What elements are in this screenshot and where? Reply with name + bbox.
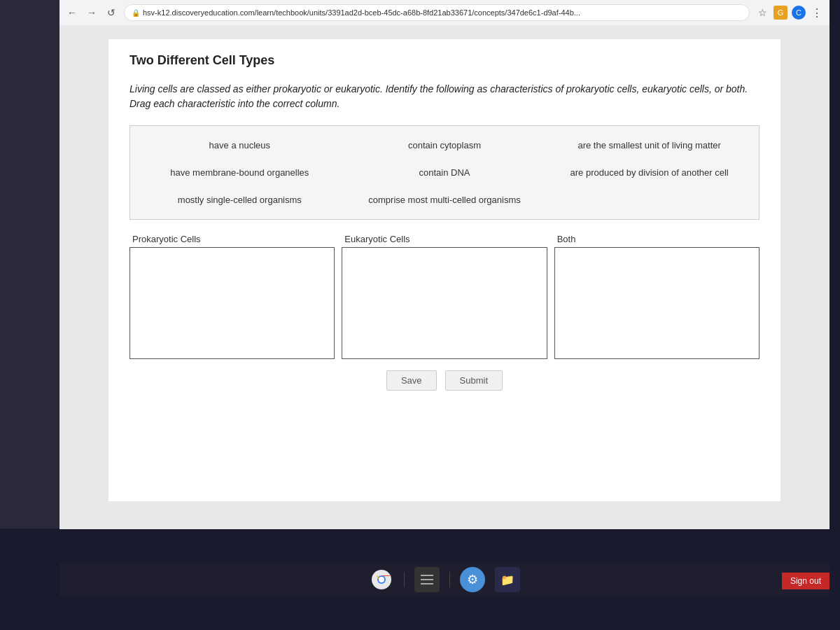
refresh-button[interactable]: ↺ [104,6,118,20]
eukaryotic-header: Eukaryotic Cells [342,234,547,244]
bottom-buttons: Save Submit [130,370,760,391]
prokaryotic-header: Prokaryotic Cells [130,234,335,244]
drag-item-contain-dna[interactable]: contain DNA [414,164,476,181]
taskbar-divider-2 [449,572,450,587]
eukaryotic-drop-zone[interactable] [342,247,547,359]
drag-item-smallest-unit[interactable]: are the smallest unit of living matter [572,137,726,153]
forward-button[interactable]: → [85,6,99,20]
folder-icon: 📁 [500,573,514,587]
menu-dots-icon[interactable]: ⋮ [810,6,824,20]
url-text: hsv-k12.discoveryeducation.com/learn/tec… [143,8,580,17]
chrome-svg [372,570,391,589]
svg-point-2 [379,577,384,582]
drop-zones-section: Prokaryotic Cells Eukaryotic Cells Both [130,234,760,359]
back-button[interactable]: ← [65,6,79,20]
taskbar: ⚙ 📁 [59,563,830,596]
star-icon[interactable]: ☆ [755,6,769,20]
drag-item-membrane-organelles[interactable]: have membrane-bound organelles [164,164,314,181]
both-drop-zone[interactable] [554,247,760,359]
drop-zone-headers: Prokaryotic Cells Eukaryotic Cells Both [130,234,760,244]
taskbar-divider-1 [404,572,405,587]
browser-chrome: ← → ↺ 🔒 hsv-k12.discoveryeducation.com/l… [59,0,830,26]
drag-item-contain-cytoplasm[interactable]: contain cytoplasm [402,137,486,153]
taskbar-files-icon[interactable]: 📁 [495,567,520,592]
extension-icon[interactable]: G [774,6,788,20]
drop-zones-grid [130,247,760,359]
drag-items-grid: have a nucleus contain cytoplasm are the… [137,137,752,208]
gear-icon: ⚙ [467,572,478,587]
instruction-text: Living cells are classed as either proka… [130,82,760,111]
address-bar[interactable]: 🔒 hsv-k12.discoveryeducation.com/learn/t… [124,4,750,21]
taskbar-chrome-icon[interactable] [369,567,394,592]
submit-button[interactable]: Submit [445,370,503,391]
sign-out-button[interactable]: Sign out [782,573,830,589]
taskbar-menu-icon[interactable] [414,567,440,592]
drag-item-empty [644,196,655,202]
prokaryotic-drop-zone[interactable] [130,247,335,359]
drag-item-multi-celled[interactable]: comprise most multi-celled organisms [363,192,526,208]
taskbar-settings-icon[interactable]: ⚙ [460,567,485,592]
profile-icon[interactable]: C [792,6,806,20]
hamburger-icon [421,575,433,584]
save-button[interactable]: Save [386,370,437,391]
drag-item-single-celled[interactable]: mostly single-celled organisms [172,192,307,208]
page-title: Two Different Cell Types [130,53,760,68]
both-header: Both [554,234,760,244]
drag-items-area: have a nucleus contain cytoplasm are the… [130,125,760,220]
drag-item-have-nucleus[interactable]: have a nucleus [204,137,276,153]
drag-item-produced-by-division[interactable]: are produced by division of another cell [565,164,734,181]
lock-icon: 🔒 [132,9,140,17]
